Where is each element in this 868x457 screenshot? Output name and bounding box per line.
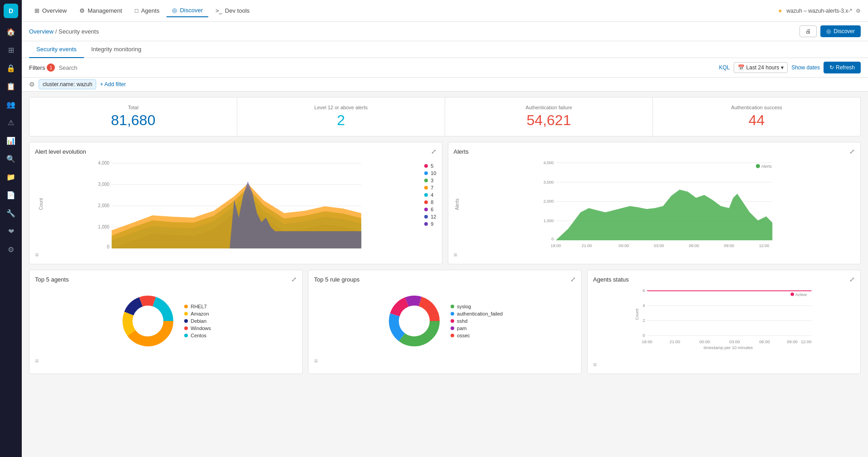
expand-top5-agents-icon[interactable]: ⤢ bbox=[291, 276, 297, 283]
discover-button[interactable]: ◎ Discover bbox=[820, 25, 861, 37]
kql-button[interactable]: KQL bbox=[719, 64, 730, 71]
legend-auth-failed: authentication_failed bbox=[451, 311, 503, 316]
stat-total: Total 81,680 bbox=[29, 97, 237, 136]
tab-integrity-monitoring[interactable]: Integrity monitoring bbox=[84, 41, 149, 58]
search-input[interactable] bbox=[59, 64, 385, 71]
active-filters-row: ⚙ cluster.name: wazuh + Add filter bbox=[22, 78, 868, 92]
sidebar-icon-decoders[interactable]: 🔧 bbox=[3, 205, 19, 221]
main-content: ⊞ Overview ⚙ Management □ Agents ◎ Disco… bbox=[22, 0, 868, 457]
top5-agents-legend: RHEL7 Amazon Debian Windows Centos bbox=[184, 304, 211, 338]
sidebar: D 🏠 ⊞ 🔒 📋 👥 ⚠ 📊 🔍 📁 📄 🔧 ❤ ⚙ bbox=[0, 0, 22, 457]
svg-text:21:00: 21:00 bbox=[581, 243, 592, 248]
svg-text:timestamp per 10 minutes: timestamp per 10 minutes bbox=[704, 345, 753, 350]
svg-text:Alerts: Alerts bbox=[761, 164, 772, 169]
agents-status-title: Agents status ⤢ bbox=[593, 276, 855, 283]
svg-text:12:00: 12:00 bbox=[801, 339, 812, 344]
agents-icon: □ bbox=[135, 7, 138, 14]
svg-text:0: 0 bbox=[642, 333, 645, 338]
time-picker[interactable]: 📅 Last 24 hours ▾ bbox=[734, 62, 788, 73]
add-filter-button[interactable]: + Add filter bbox=[100, 81, 126, 88]
legend-level-5: 5 bbox=[424, 163, 436, 169]
alert-level-legend: 5 10 3 7 4 8 6 12 9 bbox=[424, 159, 436, 249]
svg-text:timestamp per 30 minutes: timestamp per 30 minutes bbox=[639, 249, 687, 249]
nav-overview[interactable]: ⊞ Overview bbox=[29, 5, 72, 17]
svg-point-58 bbox=[790, 292, 794, 296]
svg-text:12:00: 12:00 bbox=[759, 243, 769, 248]
legend-level-12: 12 bbox=[424, 214, 436, 219]
y-axis-label: Count bbox=[39, 198, 44, 210]
filter-tag-cluster[interactable]: cluster.name: wazuh bbox=[39, 79, 96, 89]
top5-agents-table-icon[interactable]: ≡ bbox=[35, 357, 297, 365]
bottom-charts-grid: Top 5 agents ⤢ RHEL7 Amazo bbox=[29, 270, 861, 374]
index-pattern-label[interactable]: wazuh – wazuh-alerts-3.x-* bbox=[786, 8, 852, 14]
sidebar-icon-agents[interactable]: 👥 bbox=[3, 96, 19, 112]
sidebar-icon-settings[interactable]: ⚙ bbox=[3, 241, 19, 258]
discover-icon: ◎ bbox=[172, 7, 177, 14]
top5-rule-groups-title: Top 5 rule groups ⤢ bbox=[314, 276, 576, 283]
filters-label: Filters 1 bbox=[29, 63, 55, 72]
alerts-table-icon[interactable]: ≡ bbox=[454, 251, 855, 258]
chart-alerts-title: Alerts ⤢ bbox=[454, 148, 855, 155]
nav-devtools[interactable]: >_ Dev tools bbox=[210, 5, 255, 17]
svg-text:06:00: 06:00 bbox=[689, 243, 699, 248]
sidebar-icon-integrity[interactable]: 📋 bbox=[3, 78, 19, 94]
nav-discover[interactable]: ◎ Discover bbox=[167, 4, 208, 17]
legend-level-7: 7 bbox=[424, 185, 436, 190]
settings-icon[interactable]: ⚙ bbox=[856, 8, 861, 14]
top5-rules-table-icon[interactable]: ≡ bbox=[314, 357, 576, 365]
nav-right: ★ wazuh – wazuh-alerts-3.x-* ⚙ bbox=[778, 8, 861, 14]
sidebar-icon-rules[interactable]: 📄 bbox=[3, 187, 19, 203]
svg-text:09:00: 09:00 bbox=[787, 339, 798, 344]
stat-auth-failure: Authentication failure 54,621 bbox=[445, 97, 653, 136]
chart-alerts: Alerts ⤢ Alerts bbox=[448, 142, 861, 264]
sidebar-icon-groups[interactable]: 📁 bbox=[3, 169, 19, 185]
svg-point-47 bbox=[403, 310, 425, 332]
sidebar-icon-home[interactable]: 🏠 bbox=[3, 24, 19, 40]
sidebar-icon-health[interactable]: ❤ bbox=[3, 223, 19, 239]
stat-level12: Level 12 or above alerts 2 bbox=[237, 97, 445, 136]
filter-settings-icon[interactable]: ⚙ bbox=[29, 81, 35, 88]
print-button[interactable]: 🖨 bbox=[799, 25, 817, 37]
expand-agents-status-icon[interactable]: ⤢ bbox=[849, 276, 855, 283]
tab-security-events[interactable]: Security events bbox=[29, 41, 84, 58]
svg-point-41 bbox=[137, 310, 159, 332]
alert-level-svg: 4,000 3,000 2,000 1,000 0 bbox=[39, 159, 421, 249]
legend-level-6: 6 bbox=[424, 207, 436, 212]
breadcrumb-current: Security events bbox=[59, 28, 99, 35]
legend-pam: pam bbox=[451, 326, 503, 331]
alerts-svg-wrapper: 4,000 3,000 2,000 1,000 0 Alerts 18:00 bbox=[463, 159, 855, 249]
sidebar-icon-audit[interactable]: 📊 bbox=[3, 132, 19, 149]
sidebar-icon-discover[interactable]: 🔍 bbox=[3, 151, 19, 167]
svg-text:3,000: 3,000 bbox=[543, 180, 554, 185]
sidebar-icon-dashboard[interactable]: ⊞ bbox=[3, 42, 19, 58]
chart-top5-agents: Top 5 agents ⤢ RHEL7 Amazo bbox=[29, 270, 303, 374]
nav-management[interactable]: ⚙ Management bbox=[74, 5, 128, 17]
svg-text:0: 0 bbox=[107, 244, 110, 249]
breadcrumb-overview[interactable]: Overview bbox=[29, 28, 54, 35]
top5-rules-content: syslog authentication_failed sshd pam os… bbox=[314, 287, 576, 355]
svg-text:4: 4 bbox=[642, 303, 645, 308]
show-dates-button[interactable]: Show dates bbox=[791, 64, 820, 71]
expand-alert-level-icon[interactable]: ⤢ bbox=[431, 148, 436, 155]
chevron-down-icon: ▾ bbox=[781, 64, 784, 71]
stat-level12-value: 2 bbox=[245, 112, 437, 129]
calendar-icon: 📅 bbox=[738, 64, 745, 71]
star-icon: ★ bbox=[778, 8, 783, 14]
legend-windows: Windows bbox=[184, 326, 211, 331]
svg-point-26 bbox=[755, 164, 760, 168]
print-icon: 🖨 bbox=[805, 28, 811, 34]
expand-alerts-icon[interactable]: ⤢ bbox=[849, 148, 855, 155]
app-logo[interactable]: D bbox=[4, 4, 18, 18]
expand-top5-rules-icon[interactable]: ⤢ bbox=[570, 276, 576, 283]
sidebar-icon-security[interactable]: 🔒 bbox=[3, 60, 19, 76]
agents-status-table-icon[interactable]: ≡ bbox=[593, 361, 855, 368]
legend-syslog: syslog bbox=[451, 304, 503, 309]
nav-agents[interactable]: □ Agents bbox=[129, 5, 165, 17]
svg-text:Count: Count bbox=[634, 308, 639, 320]
svg-text:03:00: 03:00 bbox=[653, 243, 664, 248]
chart-table-icon[interactable]: ≡ bbox=[35, 251, 436, 258]
charts-grid: Alert level evolution ⤢ Count bbox=[29, 142, 861, 264]
stat-auth-failure-label: Authentication failure bbox=[452, 105, 645, 110]
sidebar-icon-vulnerabilities[interactable]: ⚠ bbox=[3, 114, 19, 131]
refresh-button[interactable]: ↻ Refresh bbox=[824, 62, 861, 73]
